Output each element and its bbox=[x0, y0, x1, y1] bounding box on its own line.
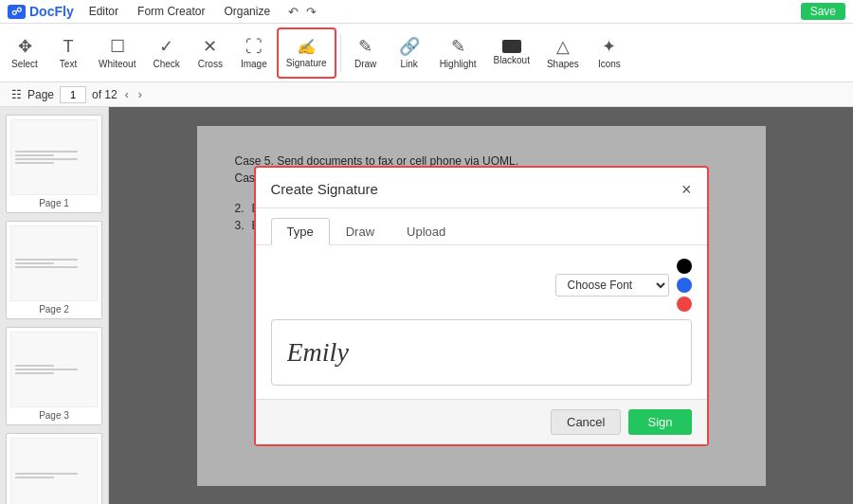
thumb-line bbox=[15, 477, 54, 478]
color-dots bbox=[677, 259, 692, 312]
tab-draw[interactable]: Draw bbox=[330, 218, 390, 244]
check-icon: ✓ bbox=[159, 36, 173, 57]
image-tool-button[interactable]: ⛶ Image bbox=[233, 27, 275, 79]
page-3-label: Page 3 bbox=[10, 410, 98, 421]
modal-controls-row: Choose Font bbox=[271, 259, 692, 312]
blackout-label: Blackout bbox=[494, 55, 530, 65]
color-red-dot[interactable] bbox=[677, 297, 692, 312]
highlight-icon: ✎ bbox=[451, 36, 465, 57]
link-icon: 🔗 bbox=[399, 36, 420, 57]
logo: ☍ DocFly bbox=[8, 4, 74, 19]
shapes-tool-button[interactable]: △ Shapes bbox=[539, 27, 587, 79]
draw-icon: ✎ bbox=[358, 36, 372, 57]
select-icon: ✥ bbox=[18, 36, 32, 57]
modal-body: Choose Font bbox=[256, 244, 707, 399]
draw-label: Draw bbox=[354, 59, 376, 69]
logo-icon: ☍ bbox=[8, 5, 26, 19]
page-nav: ☷ Page of 12 ‹ › bbox=[0, 82, 853, 107]
thumb-content-1 bbox=[10, 119, 98, 195]
thumb-line bbox=[15, 259, 78, 261]
blackout-tool-button[interactable]: Blackout bbox=[486, 27, 537, 79]
save-button[interactable]: Save bbox=[801, 3, 845, 20]
top-bar: ☍ DocFly Editor Form Creator Organize ↶ … bbox=[0, 0, 853, 24]
modal-footer: Cancel Sign bbox=[256, 399, 707, 444]
modal-close-button[interactable]: × bbox=[681, 181, 692, 198]
shapes-label: Shapes bbox=[547, 59, 579, 69]
whiteout-label: Whiteout bbox=[99, 59, 136, 69]
text-label: Text bbox=[60, 59, 77, 69]
tab-upload[interactable]: Upload bbox=[390, 218, 462, 244]
thumb-line bbox=[15, 365, 54, 367]
icons-label: Icons bbox=[598, 59, 621, 69]
thumb-line bbox=[15, 266, 78, 268]
thumb-line bbox=[15, 162, 54, 164]
font-select[interactable]: Choose Font bbox=[555, 274, 669, 297]
color-black-dot[interactable] bbox=[677, 259, 692, 274]
page-2-label: Page 2 bbox=[10, 304, 98, 315]
signature-icon: ✍ bbox=[297, 38, 316, 56]
highlight-label: Highlight bbox=[440, 59, 477, 69]
color-blue-dot[interactable] bbox=[677, 278, 692, 293]
editor-nav[interactable]: Editor bbox=[85, 3, 122, 20]
cross-icon: ✕ bbox=[203, 36, 217, 57]
cross-label: Cross bbox=[198, 59, 223, 69]
select-label: Select bbox=[11, 59, 38, 69]
create-signature-modal: Create Signature × Type Draw Upload Choo… bbox=[254, 166, 709, 446]
image-label: Image bbox=[241, 59, 267, 69]
select-tool-button[interactable]: ✥ Select bbox=[4, 27, 45, 79]
thumb-content-2 bbox=[10, 225, 98, 301]
thumb-content-4 bbox=[10, 438, 98, 504]
page-thumb-4[interactable]: Page 4 bbox=[6, 433, 102, 504]
undo-button[interactable]: ↶ bbox=[285, 4, 301, 20]
logo-text: DocFly bbox=[29, 4, 74, 19]
thumb-line bbox=[15, 154, 54, 156]
whiteout-tool-button[interactable]: ☐ Whiteout bbox=[91, 27, 143, 79]
text-tool-button[interactable]: T Text bbox=[47, 27, 89, 79]
tab-type[interactable]: Type bbox=[271, 218, 330, 245]
signature-tool-button[interactable]: ✍ Signature bbox=[277, 27, 336, 79]
thumb-content-3 bbox=[10, 332, 98, 407]
icons-icon: ✦ bbox=[602, 36, 616, 57]
text-icon: T bbox=[64, 37, 74, 57]
of-pages-label: of 12 bbox=[92, 88, 118, 101]
check-tool-button[interactable]: ✓ Check bbox=[145, 27, 187, 79]
signature-input-wrapper bbox=[271, 319, 692, 386]
cross-tool-button[interactable]: ✕ Cross bbox=[190, 27, 231, 79]
toolbar-divider-1 bbox=[340, 34, 341, 72]
blackout-icon bbox=[502, 40, 521, 53]
page-thumb-3[interactable]: Page 3 bbox=[6, 327, 102, 425]
modal-overlay: Create Signature × Type Draw Upload Choo… bbox=[109, 107, 853, 504]
draw-tool-button[interactable]: ✎ Draw bbox=[345, 27, 387, 79]
modal-tabs: Type Draw Upload bbox=[256, 208, 707, 244]
signature-label: Signature bbox=[286, 58, 327, 68]
page-thumb-1[interactable]: Page 1 bbox=[6, 115, 102, 213]
cancel-button[interactable]: Cancel bbox=[551, 409, 621, 435]
page-sidebar: Page 1 Page 2 Page 3 Page 4 bbox=[0, 107, 109, 504]
page-thumb-2[interactable]: Page 2 bbox=[6, 221, 102, 319]
modal-title: Create Signature bbox=[271, 181, 378, 197]
toolbar: ✥ Select T Text ☐ Whiteout ✓ Check ✕ Cro… bbox=[0, 24, 853, 82]
thumb-line bbox=[15, 369, 78, 370]
thumb-line bbox=[15, 151, 78, 153]
link-label: Link bbox=[400, 59, 417, 69]
prev-page-button[interactable]: ‹ bbox=[123, 88, 131, 101]
highlight-tool-button[interactable]: ✎ Highlight bbox=[432, 27, 484, 79]
signature-text-input[interactable] bbox=[287, 337, 676, 368]
page-1-label: Page 1 bbox=[10, 198, 98, 208]
thumb-line bbox=[15, 158, 78, 160]
next-page-button[interactable]: › bbox=[136, 88, 144, 101]
organize-nav[interactable]: Organize bbox=[220, 3, 274, 20]
link-tool-button[interactable]: 🔗 Link bbox=[389, 27, 430, 79]
form-creator-nav[interactable]: Form Creator bbox=[134, 3, 209, 20]
page-grid-icon[interactable]: ☷ bbox=[11, 88, 22, 101]
page-number-input[interactable] bbox=[60, 86, 86, 103]
redo-button[interactable]: ↷ bbox=[303, 4, 319, 20]
thumb-line bbox=[15, 262, 54, 264]
thumb-line bbox=[15, 372, 54, 374]
document-area: Case 5. Send documents to fax or cell ph… bbox=[109, 107, 853, 504]
main-area: Page 1 Page 2 Page 3 Page 4 bbox=[0, 107, 853, 504]
icons-tool-button[interactable]: ✦ Icons bbox=[589, 27, 630, 79]
page-label: Page bbox=[27, 88, 54, 101]
modal-header: Create Signature × bbox=[256, 168, 707, 208]
sign-button[interactable]: Sign bbox=[628, 409, 691, 435]
